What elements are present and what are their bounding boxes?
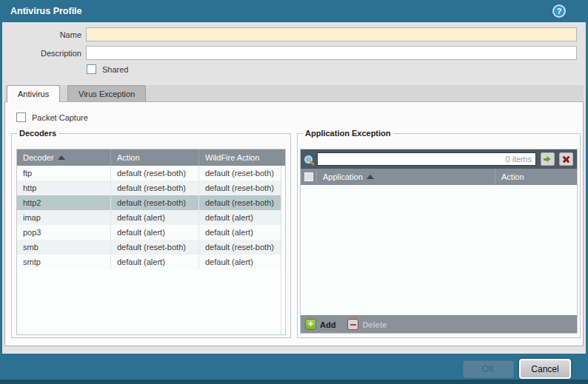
shared-label: Shared (102, 65, 128, 74)
tab-antivirus[interactable]: Antivirus (7, 85, 60, 102)
table-cell: default (alert) (111, 255, 199, 269)
application-exception-legend: Application Exception (303, 129, 393, 138)
table-cell: pop3 (17, 225, 111, 240)
search-icon (304, 155, 313, 164)
dialog-title: Antivirus Profile (10, 0, 82, 22)
delete-button-label: Delete (362, 320, 387, 329)
decoders-legend: Decoders (17, 129, 59, 138)
title-bar: Antivirus Profile ? (0, 0, 588, 22)
delete-button[interactable]: Delete (347, 319, 387, 330)
items-count-badge: 0 items (506, 155, 535, 164)
search-input[interactable] (318, 153, 506, 165)
table-cell: default (reset-both) (111, 195, 199, 210)
table-cell: default (reset-both) (199, 181, 285, 195)
column-header-decoder[interactable]: Decoder (17, 149, 111, 166)
table-cell: default (reset-both) (199, 240, 285, 255)
antivirus-profile-dialog: Antivirus Profile ? Name Description Sha… (0, 0, 588, 384)
decoder-row-imap[interactable]: imapdefault (alert)default (alert) (17, 210, 285, 225)
name-label: Name (2, 30, 81, 39)
decoders-scrollbar-track[interactable] (281, 166, 285, 334)
dialog-footer: OK Cancel (0, 354, 588, 384)
tab-virus-exception[interactable]: Virus Exception (67, 85, 146, 101)
tab-strip: Antivirus Virus Exception (4, 85, 584, 101)
decoders-table-header: Decoder Action WildFire Action (17, 149, 285, 166)
table-cell: imap (17, 210, 111, 225)
decoder-row-http[interactable]: httpdefault (reset-both)default (reset-b… (17, 181, 285, 195)
column-header-app-action[interactable]: Action (495, 169, 577, 185)
table-cell: default (reset-both) (111, 166, 199, 181)
antivirus-tab-panel: Packet Capture Decoders Decoder Action (4, 101, 584, 346)
minus-icon (347, 319, 358, 330)
table-cell: http2 (17, 195, 111, 210)
table-cell: default (alert) (111, 210, 199, 225)
column-header-wildfire-action-label: WildFire Action (205, 149, 259, 166)
table-cell: default (reset-both) (199, 195, 285, 210)
application-table-header: Application Action (301, 169, 577, 185)
application-exception-grid: 0 items Applic (300, 149, 578, 334)
red-x-icon (562, 155, 570, 164)
table-cell: default (alert) (111, 225, 199, 240)
packet-capture-label: Packet Capture (32, 113, 88, 122)
decoder-row-http2[interactable]: http2default (reset-both)default (reset-… (17, 195, 285, 210)
description-field[interactable] (86, 46, 577, 60)
ok-button[interactable]: OK (463, 360, 514, 378)
table-cell: default (alert) (199, 210, 285, 225)
column-header-app-action-label: Action (501, 169, 524, 185)
select-all-checkbox[interactable] (304, 172, 313, 181)
shared-checkbox[interactable] (87, 64, 96, 74)
description-label: Description (2, 49, 81, 58)
table-cell: ftp (17, 166, 111, 181)
column-header-action-label: Action (117, 149, 140, 166)
application-exception-fieldset: Application Exception 0 items (297, 129, 581, 338)
add-button[interactable]: + Add (305, 319, 335, 330)
decoders-table: Decoder Action WildFire Action ftpdefaul… (16, 149, 286, 335)
decoder-row-ftp[interactable]: ftpdefault (reset-both)default (reset-bo… (17, 166, 285, 181)
column-header-action[interactable]: Action (111, 149, 199, 166)
table-cell: default (alert) (199, 255, 285, 269)
plus-icon: + (305, 319, 316, 330)
help-icon[interactable]: ? (552, 4, 566, 18)
application-search-bar: 0 items (301, 149, 577, 169)
footer-bottom-edge (0, 380, 588, 384)
table-cell: default (reset-both) (199, 166, 285, 181)
packet-capture-checkbox[interactable] (16, 112, 26, 122)
column-header-application-label: Application (323, 169, 363, 185)
table-cell: smb (17, 240, 111, 255)
cancel-button[interactable]: Cancel (519, 359, 571, 379)
decoder-row-pop3[interactable]: pop3default (alert)default (alert) (17, 225, 285, 240)
table-cell: smtp (17, 255, 111, 269)
column-header-decoder-label: Decoder (23, 149, 54, 166)
column-header-application[interactable]: Application (317, 169, 495, 185)
sort-ascending-icon (367, 175, 374, 179)
table-cell: default (reset-both) (111, 181, 199, 195)
column-header-wildfire-action[interactable]: WildFire Action (199, 149, 285, 166)
decoders-table-body: ftpdefault (reset-both)default (reset-bo… (17, 166, 285, 269)
add-button-label: Add (320, 320, 335, 329)
decoder-row-smtp[interactable]: smtpdefault (alert)default (alert) (17, 255, 285, 269)
table-cell: http (17, 181, 111, 195)
table-cell: default (alert) (199, 225, 285, 240)
sort-ascending-icon (58, 155, 65, 160)
clear-filter-button[interactable] (559, 152, 573, 166)
dialog-body: Name Description Shared Antivirus Virus … (2, 22, 586, 354)
apply-filter-button[interactable] (541, 152, 555, 166)
application-table-body (301, 185, 577, 315)
table-cell: default (reset-both) (111, 240, 199, 255)
search-field: 0 items (317, 152, 536, 166)
application-table-toolbar: + Add Delete (301, 315, 577, 333)
green-arrow-icon (544, 156, 552, 163)
decoders-fieldset: Decoders Decoder Action WildFire Action (11, 129, 291, 338)
name-field[interactable] (86, 27, 577, 41)
select-all-column (301, 169, 317, 185)
decoder-row-smb[interactable]: smbdefault (reset-both)default (reset-bo… (17, 240, 285, 255)
